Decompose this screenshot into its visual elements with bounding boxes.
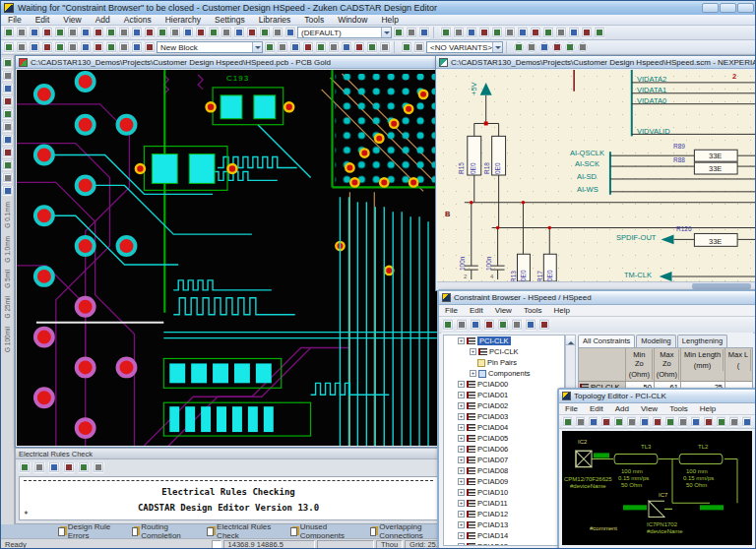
grid-shortcut[interactable]: G 100mil (4, 327, 11, 352)
filled-circle-icon[interactable] (289, 41, 301, 53)
preview-icon[interactable] (418, 27, 430, 38)
tree-item-net[interactable]: + PCIAD04 (444, 422, 564, 433)
rail-grid-icon[interactable] (2, 159, 13, 170)
folder-prev-icon[interactable] (453, 27, 465, 38)
delete-icon[interactable] (511, 319, 523, 331)
units-indicator[interactable]: Thou (376, 540, 403, 549)
output-tab[interactable]: Electrical Rules Check (203, 525, 283, 538)
menu-item[interactable]: Help (548, 306, 576, 315)
grid-shortcut[interactable]: G 0.1mm (4, 202, 11, 228)
close-button[interactable] (737, 3, 754, 13)
copy-clip-icon[interactable] (401, 41, 412, 53)
variants-dropdown[interactable]: <NO VARIANTS> (426, 41, 503, 53)
mitre-icon[interactable] (131, 27, 143, 38)
output-tab[interactable]: Design Rule Errors (54, 525, 124, 538)
level-icon[interactable] (379, 41, 391, 53)
link-icon[interactable] (144, 41, 156, 53)
cut-icon[interactable] (470, 319, 481, 331)
filter-area-icon[interactable] (302, 41, 314, 53)
rail-target-icon[interactable] (2, 185, 13, 196)
menu-item[interactable]: View (489, 306, 518, 315)
expand-toggle[interactable]: + (458, 402, 465, 409)
folder-next-icon[interactable] (466, 27, 477, 38)
menu-item[interactable]: Help (374, 15, 405, 25)
copy-icon[interactable] (483, 319, 495, 331)
menu-item[interactable]: View (56, 15, 88, 25)
components-icon[interactable] (613, 416, 624, 427)
output-tab[interactable]: Unused Components (286, 525, 362, 538)
copy-icon[interactable] (78, 461, 90, 473)
report-icon[interactable] (542, 27, 554, 38)
expand-toggle[interactable]: + (458, 478, 465, 485)
tree-item-net[interactable]: + PCIAD01 (444, 390, 564, 400)
tree-item-net[interactable]: + PCIAD12 (444, 509, 564, 519)
print-icon[interactable] (54, 27, 66, 38)
fit-view-icon[interactable] (716, 416, 726, 427)
polyline-icon[interactable] (29, 41, 40, 53)
tree-item-net[interactable]: + PCIAD14 (444, 530, 564, 541)
ellipse-icon[interactable] (80, 41, 92, 53)
menu-item[interactable]: Add (609, 404, 635, 413)
rail-star-icon[interactable] (2, 147, 13, 157)
nav-back-icon[interactable] (513, 41, 525, 53)
expand-toggle[interactable]: + (458, 337, 465, 344)
schematic-titlebar[interactable]: C:\CADSTAR130_Demos\Projects\Customer De… (436, 56, 756, 69)
expand-toggle[interactable]: + (458, 381, 465, 388)
menu-item[interactable]: Libraries (252, 15, 298, 25)
tree-item-net[interactable]: + PCIAD03 (444, 411, 564, 422)
expand-toggle[interactable]: + (458, 467, 465, 474)
export-icon[interactable] (93, 461, 104, 473)
expand-toggle[interactable]: + (470, 370, 476, 377)
reconnect-icon[interactable] (538, 319, 550, 331)
expand-toggle[interactable]: + (458, 435, 465, 442)
nav-end-icon[interactable] (577, 41, 589, 53)
menu-item[interactable]: Tools (297, 15, 331, 25)
draw-line-icon[interactable] (16, 41, 28, 53)
print-icon[interactable] (48, 461, 60, 473)
filter-poly-icon[interactable] (328, 41, 340, 53)
delete-icon[interactable] (3, 41, 15, 53)
stretch-icon[interactable] (118, 27, 130, 38)
pcb-titlebar[interactable]: C:\CADSTAR130_Demos\Projects\Customer De… (16, 56, 438, 69)
tree-item-net[interactable]: + PCIAD13 (444, 519, 564, 530)
topology-canvas[interactable]: IC2 CPM12/70F26625 #deviceName TL3 100 m… (562, 431, 752, 545)
pcb-canvas[interactable]: C193 (17, 70, 437, 446)
variant-icon[interactable] (413, 41, 425, 53)
tree-item[interactable]: Components (488, 369, 531, 378)
zoom-fit-icon[interactable] (594, 27, 605, 38)
nets-icon[interactable] (626, 416, 637, 427)
import-icon[interactable] (29, 27, 40, 38)
erc-report-text[interactable]: Electrical Rules Checking CADSTAR Design… (19, 476, 438, 520)
pin-icon[interactable] (366, 41, 378, 53)
rail-layer-icon[interactable] (2, 83, 13, 93)
tree-item-net[interactable]: + PCIAD10 (444, 487, 564, 498)
save-icon[interactable] (19, 461, 31, 473)
scissors-icon[interactable] (105, 41, 117, 53)
zoom-in-icon[interactable] (555, 27, 567, 38)
arc-icon[interactable] (67, 41, 79, 53)
back-icon[interactable] (588, 416, 598, 427)
expand-toggle[interactable]: + (458, 543, 465, 546)
display-box-icon[interactable] (259, 27, 271, 38)
paste-icon[interactable] (652, 416, 662, 427)
print-icon[interactable] (456, 319, 468, 331)
forward-icon[interactable] (600, 416, 611, 427)
menu-item[interactable]: View (635, 404, 663, 413)
menu-item[interactable]: Tools (663, 404, 694, 413)
default-style-dropdown[interactable]: (DEFAULT) (297, 27, 392, 38)
probe-icon[interactable] (562, 416, 573, 427)
menu-item[interactable]: Edit (464, 306, 489, 315)
zoom-out-icon[interactable] (568, 27, 580, 38)
tree-item-net[interactable]: + PCIAD02 (444, 400, 564, 411)
circle-icon[interactable] (54, 41, 66, 53)
open-design-icon[interactable] (16, 27, 28, 38)
menu-item[interactable]: Window (331, 15, 374, 25)
paste-icon[interactable] (497, 319, 509, 331)
find-binoculars-icon[interactable] (504, 27, 516, 38)
nav-fwd-icon[interactable] (526, 41, 537, 53)
menu-item[interactable]: File (439, 306, 464, 315)
expand-toggle[interactable]: + (458, 446, 465, 453)
tab-lengthening[interactable]: Lengthening (677, 335, 727, 347)
minimize-button[interactable] (702, 3, 719, 13)
tree-item-net[interactable]: + PCIAD05 (444, 433, 564, 444)
